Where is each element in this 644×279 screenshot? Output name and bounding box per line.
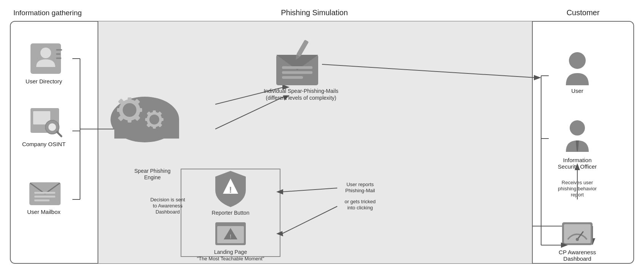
svg-rect-56: [282, 66, 312, 69]
user-reports-label-1: User reports: [346, 182, 374, 187]
landing-page-label-2: "The Most Teachable Moment": [197, 256, 264, 261]
main-diagram: User Directory Company OSINT User Mailbo…: [10, 21, 634, 264]
svg-text:!: !: [230, 233, 232, 239]
user-directory-label: User Directory: [26, 78, 62, 84]
svg-point-86: [576, 238, 579, 241]
svg-rect-6: [56, 49, 62, 51]
svg-rect-45: [145, 118, 149, 121]
svg-point-5: [40, 48, 51, 58]
user-reports-label-2: Phishing-Mail: [345, 188, 375, 193]
diagram-wrapper: Information gathering Phishing Simulatio…: [10, 8, 634, 271]
svg-rect-32: [128, 97, 131, 102]
svg-text:!: !: [229, 185, 232, 195]
svg-point-31: [123, 103, 136, 117]
landing-page-label-1: Landing Page: [214, 249, 247, 255]
cp-dashboard-label-2: Dashboard: [563, 255, 591, 262]
svg-rect-7: [56, 53, 61, 55]
section-label-phishing: Phishing Simulation: [97, 8, 532, 17]
svg-rect-19: [34, 199, 50, 201]
section-label-customer: Customer: [532, 8, 634, 17]
user-label: User: [571, 88, 583, 94]
svg-rect-34: [138, 108, 142, 112]
svg-rect-18: [34, 196, 55, 198]
svg-point-12: [48, 123, 56, 131]
svg-point-78: [569, 52, 586, 69]
svg-rect-44: [160, 118, 163, 121]
svg-rect-42: [153, 110, 156, 114]
iso-label-1: Information: [563, 157, 591, 163]
company-osint-label: Company OSINT: [22, 141, 66, 147]
section-label-gathering: Information gathering: [10, 8, 97, 18]
spear-engine-label-2: Engine: [144, 174, 161, 180]
svg-rect-35: [117, 108, 122, 112]
svg-rect-57: [282, 71, 312, 74]
spear-phishing-engine-icon: [111, 97, 179, 142]
phishing-mails-label-2: (different levels of complexity): [266, 95, 336, 101]
svg-rect-29: [114, 120, 179, 139]
user-mailbox-icon: [29, 182, 61, 205]
svg-rect-43: [153, 125, 156, 129]
svg-rect-17: [34, 192, 55, 194]
svg-point-41: [149, 115, 159, 124]
user-directory-icon: [30, 43, 62, 74]
svg-rect-33: [128, 118, 131, 123]
phishing-mails-label-1: Individual Spear-Phishing-Mails: [264, 88, 338, 94]
decision-label-1: Decision is sent: [150, 197, 185, 202]
svg-rect-8: [56, 57, 61, 59]
decision-label-3: Dashboard: [155, 209, 180, 215]
svg-point-79: [570, 120, 585, 136]
svg-rect-58: [282, 76, 303, 79]
reporter-button-label: Reporter Button: [212, 210, 250, 216]
landing-page-icon: !: [215, 222, 246, 245]
spear-engine-label-1: Spear Phishing: [135, 168, 171, 174]
cp-dashboard-icon: [562, 222, 593, 245]
tricked-label-2: into clicking: [347, 205, 373, 210]
company-osint-icon: [30, 108, 61, 136]
tricked-label-1: or gets tricked: [344, 199, 376, 204]
user-mailbox-label: User Mailbox: [27, 209, 61, 215]
cp-dashboard-label-1: CP Awareness: [559, 249, 596, 255]
decision-label-2: to Awareness: [153, 203, 183, 209]
